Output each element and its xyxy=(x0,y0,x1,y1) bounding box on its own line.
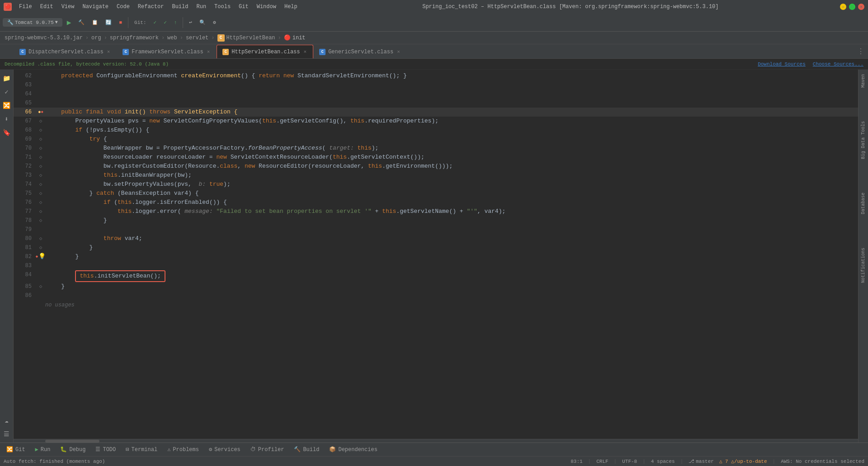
line-code-66[interactable]: public final void init() throws ServletE… xyxy=(45,108,858,117)
run-button[interactable]: ▶ xyxy=(64,17,74,28)
generic-tab-close[interactable]: × xyxy=(396,49,401,55)
line-code-68[interactable]: if (!pvs.isEmpty()) { xyxy=(45,126,858,135)
line-code-75[interactable]: } catch (BeansException var4) { xyxy=(45,189,858,198)
commit-icon[interactable]: ✓ xyxy=(1,86,13,98)
encoding[interactable]: UTF-8 xyxy=(622,459,637,464)
bottom-tab-problems[interactable]: ⚠ Problems xyxy=(163,444,203,456)
git-icon: 🔀 xyxy=(6,446,13,453)
download-sources-link[interactable]: Download Sources xyxy=(758,61,806,67)
line-code-80[interactable]: throw var4; xyxy=(45,234,858,243)
menu-view[interactable]: View xyxy=(58,3,78,11)
bottom-tab-debug[interactable]: 🐛 Debug xyxy=(56,444,90,456)
dispatcher-tab-close[interactable]: × xyxy=(106,49,111,55)
menu-navigate[interactable]: Navigate xyxy=(79,3,112,11)
bottom-tab-services[interactable]: ⚙ Services xyxy=(204,444,245,456)
line-code-76[interactable]: if (this.logger.isErrorEnabled()) { xyxy=(45,198,858,207)
search-button[interactable]: 🔍 xyxy=(197,18,208,27)
lightbulb-82[interactable]: 💡 xyxy=(38,252,46,261)
bookmarks-icon[interactable]: 🔖 xyxy=(1,127,13,138)
menu-run[interactable]: Run xyxy=(193,3,210,11)
line-code-74[interactable]: bw.setPropertyValues(pvs, b: true); xyxy=(45,180,858,189)
toolbar-run-config[interactable]: 🔧 Tomcat 9.0.75 ▼ xyxy=(3,18,62,27)
line-code-62[interactable]: protected ConfigurableEnvironment create… xyxy=(45,71,858,80)
toolbar-action-3[interactable]: 🔄 xyxy=(103,18,114,27)
menu-file[interactable]: File xyxy=(15,3,36,11)
stop-button[interactable]: ■ xyxy=(116,19,125,27)
menu-bar[interactable]: File Edit View Navigate Code Refactor Bu… xyxy=(15,3,301,11)
settings-button[interactable]: ⚙ xyxy=(210,18,219,27)
breadcrumb-web[interactable]: web xyxy=(167,35,177,41)
menu-code[interactable]: Code xyxy=(113,3,133,11)
structure-icon[interactable]: ☰ xyxy=(1,428,13,440)
menu-edit[interactable]: Edit xyxy=(37,3,57,11)
httpservlet-tab-close[interactable]: × xyxy=(303,49,308,55)
choose-sources-link[interactable]: Choose Sources... xyxy=(813,61,863,67)
aws-icon[interactable]: ☁ xyxy=(1,414,13,426)
breadcrumb-method[interactable]: init xyxy=(292,35,306,41)
breadcrumb-org[interactable]: org xyxy=(91,35,101,41)
line-code-84[interactable]: this.initServletBean(); xyxy=(45,270,858,282)
line-code-67[interactable]: PropertyValues pvs = new ServletConfigPr… xyxy=(45,117,858,126)
tab-framework[interactable]: C FrameworkServlet.class × xyxy=(117,45,217,58)
notifications-tab[interactable]: Notifications xyxy=(860,245,867,286)
git-arrow-up[interactable]: ↑ xyxy=(171,19,180,27)
vcs-changes[interactable]: △ 7 △/up-to-date xyxy=(719,458,767,464)
menu-help[interactable]: Help xyxy=(281,3,301,11)
line-endings[interactable]: CRLF xyxy=(596,459,608,464)
line-code-73[interactable]: this.initBeanWrapper(bw); xyxy=(45,171,858,180)
maven-panel-tab[interactable]: Maven xyxy=(860,71,867,90)
line-code-78[interactable]: } xyxy=(45,216,858,225)
vcs-icon[interactable]: 🔀 xyxy=(1,99,13,111)
bottom-tab-dependencies[interactable]: 📦 Dependencies xyxy=(325,444,382,456)
horizontal-scrollbar[interactable] xyxy=(14,439,858,442)
bottom-tab-git[interactable]: 🔀 Git xyxy=(2,444,30,456)
bottom-tab-terminal[interactable]: ⊟ Terminal xyxy=(121,444,162,456)
tab-dispatcher[interactable]: C DispatcherServlet.class × xyxy=(14,45,117,58)
scrollbar-thumb-h[interactable] xyxy=(45,440,99,442)
tab-generic[interactable]: C GenericServlet.class × xyxy=(313,45,407,58)
line-code-77[interactable]: this.logger.error( message: "Failed to s… xyxy=(45,207,858,216)
code-content[interactable]: 62 protected ConfigurableEnvironment cre… xyxy=(14,70,858,439)
bottom-tab-run[interactable]: ▶ Run xyxy=(31,444,55,456)
undo-button[interactable]: ↩ xyxy=(186,18,195,27)
line-code-70[interactable]: BeanWrapper bw = PropertyAccessorFactory… xyxy=(45,144,858,153)
menu-build[interactable]: Build xyxy=(168,3,192,11)
line-code-69[interactable]: try { xyxy=(45,135,858,144)
vcs-branch[interactable]: ⎇ master xyxy=(689,458,714,464)
toolbar-action-2[interactable]: 📋 xyxy=(89,18,101,27)
tab-httpservlet[interactable]: C HttpServletBean.class × xyxy=(217,45,313,58)
line-code-71[interactable]: ResourceLoader resourceLoader = new Serv… xyxy=(45,153,858,162)
pull-requests-icon[interactable]: ⬇ xyxy=(1,113,13,125)
window-controls[interactable]: – □ ✕ xyxy=(840,4,864,10)
project-icon[interactable]: 📁 xyxy=(1,72,13,84)
breadcrumb-springframework[interactable]: springframework xyxy=(110,35,159,41)
git-checkmark-2[interactable]: ✓ xyxy=(161,18,170,27)
menu-git[interactable]: Git xyxy=(235,3,252,11)
bottom-tab-profiler[interactable]: ⏱ Profiler xyxy=(246,444,289,456)
bottom-tab-build[interactable]: 🔨 Build xyxy=(289,444,324,456)
code-line-84: 84 this.initServletBean(); xyxy=(14,270,858,282)
menu-tools[interactable]: Tools xyxy=(211,3,234,11)
database-tab[interactable]: Database xyxy=(860,190,867,217)
git-checkmark-1[interactable]: ✓ xyxy=(151,18,160,27)
framework-tab-close[interactable]: × xyxy=(206,49,211,55)
maximize-button[interactable]: □ xyxy=(849,4,855,10)
line-code-81[interactable]: } xyxy=(45,243,858,252)
big-data-tools-tab[interactable]: Big Data Tools xyxy=(860,118,867,162)
breadcrumb-class[interactable]: HttpServletBean xyxy=(226,35,275,41)
breadcrumb-servlet[interactable]: servlet xyxy=(186,35,208,41)
toolbar-action-1[interactable]: 🔨 xyxy=(75,18,87,27)
menu-window[interactable]: Window xyxy=(253,3,280,11)
line-code-85[interactable]: } xyxy=(45,282,858,291)
close-button[interactable]: ✕ xyxy=(858,4,864,10)
minimize-button[interactable]: – xyxy=(840,4,846,10)
menu-refactor[interactable]: Refactor xyxy=(134,3,168,11)
tabs-overflow[interactable]: ⋮ xyxy=(854,47,868,56)
aws-status[interactable]: AWS: No credentials selected xyxy=(781,459,864,464)
line-code-82[interactable]: } xyxy=(45,252,858,261)
cursor-position[interactable]: 83:1 xyxy=(571,459,582,464)
line-code-72[interactable]: bw.registerCustomEditor(Resource.class, … xyxy=(45,162,858,171)
indent[interactable]: 4 spaces xyxy=(651,459,675,464)
bottom-tab-todo[interactable]: ☰ TODO xyxy=(91,444,120,456)
breadcrumb-jar[interactable]: spring-webmvc-5.3.10.jar xyxy=(5,35,83,41)
